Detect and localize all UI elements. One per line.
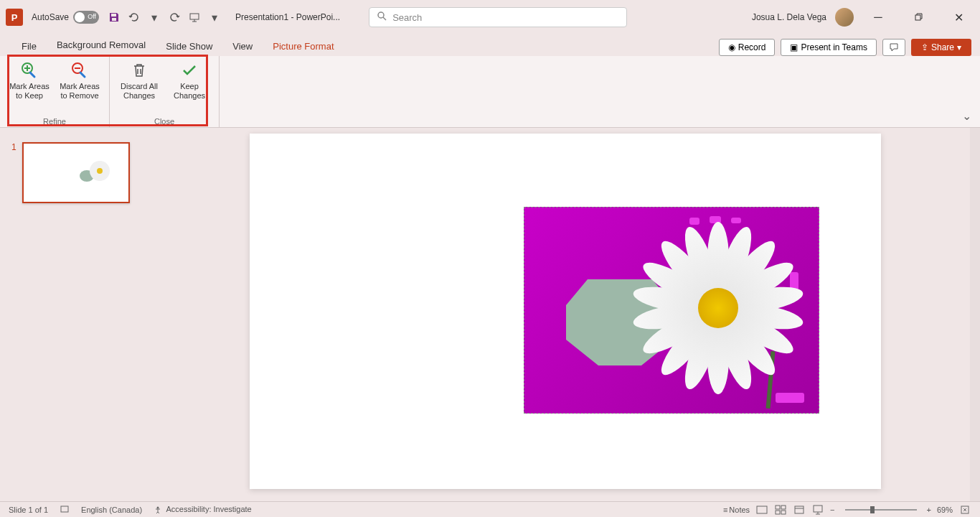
collapse-ribbon-icon[interactable]: ⌄	[962, 109, 971, 123]
share-dropdown-icon: ▾	[957, 42, 961, 52]
svg-rect-2	[915, 15, 920, 20]
ribbon-group-close: Discard All Changes Keep Changes Close	[110, 56, 220, 127]
check-icon	[179, 60, 199, 80]
present-teams-button[interactable]: ▣ Present in Teams	[781, 39, 877, 56]
status-right-group: ≡Notes − + 69%	[723, 503, 971, 516]
svg-rect-17	[814, 506, 822, 512]
tab-file[interactable]: File	[11, 37, 47, 56]
tab-slideshow[interactable]: Slide Show	[156, 37, 222, 56]
svg-rect-14	[781, 511, 786, 514]
comments-button[interactable]	[882, 39, 905, 56]
notes-label: Notes	[729, 506, 750, 514]
fit-to-window-icon[interactable]	[958, 503, 971, 516]
user-name: Josua L. Dela Vega	[752, 12, 826, 22]
svg-rect-12	[781, 506, 786, 509]
ribbon-panel: Mark Areas to Keep Mark Areas to Remove …	[0, 56, 980, 128]
slide-thumbnail-1[interactable]: 1	[11, 142, 139, 203]
svg-rect-13	[776, 511, 780, 514]
tab-background-removal[interactable]: Background Removal	[47, 35, 156, 56]
discard-label: Discard All Changes	[118, 82, 160, 101]
ribbon-tabs: File Background Removal Slide Show View …	[0, 34, 980, 56]
zoom-slider[interactable]	[845, 509, 917, 511]
tab-view[interactable]: View	[222, 37, 263, 56]
svg-point-9	[157, 507, 159, 509]
zoom-slider-thumb[interactable]	[870, 506, 875, 513]
quick-access-toolbar: ▾ ▾	[108, 11, 221, 24]
share-button[interactable]: ⇪ Share ▾	[911, 39, 971, 56]
autosave-label: AutoSave	[32, 12, 69, 22]
slide-canvas[interactable]	[250, 134, 881, 489]
accessibility-label: Accessibility: Investigate	[166, 505, 252, 513]
zoom-percentage[interactable]: 69%	[937, 506, 953, 514]
record-label: Record	[738, 42, 766, 52]
mark-remove-label: Mark Areas to Remove	[59, 82, 100, 101]
svg-point-7	[97, 168, 103, 174]
vertical-scrollbar[interactable]	[970, 128, 980, 501]
toggle-state: Off	[88, 13, 96, 20]
slide-editor[interactable]	[151, 128, 980, 501]
tab-picture-format[interactable]: Picture Format	[263, 37, 344, 56]
language-indicator[interactable]: English (Canada)	[81, 506, 142, 514]
title-bar-right: Josua L. Dela Vega ─ ✕	[752, 6, 974, 29]
mark-remove-icon	[70, 60, 90, 80]
record-icon: ◉	[728, 42, 735, 52]
reading-view-icon[interactable]	[793, 503, 806, 516]
trash-icon	[129, 60, 149, 80]
mark-keep-icon	[19, 60, 39, 80]
notes-button[interactable]: ≡Notes	[723, 506, 750, 514]
share-label: Share	[931, 42, 954, 52]
svg-rect-8	[61, 506, 68, 512]
keep-label: Keep Changes	[169, 82, 210, 101]
share-icon: ⇪	[921, 42, 928, 52]
document-title: Presentation1 - PowerPoi...	[235, 12, 340, 22]
minimize-button[interactable]: ─	[862, 6, 894, 29]
qat-customize-icon[interactable]: ▾	[208, 11, 221, 24]
close-group-label: Close	[154, 116, 174, 127]
ribbon-right-controls: ◉ Record ▣ Present in Teams ⇪ Share ▾	[719, 39, 980, 56]
thumbnail-preview	[22, 142, 130, 203]
save-icon[interactable]	[108, 11, 121, 24]
svg-rect-11	[776, 506, 780, 509]
svg-rect-0	[190, 14, 199, 19]
accessibility-status[interactable]: Accessibility: Investigate	[154, 505, 252, 514]
normal-view-icon[interactable]	[755, 503, 768, 516]
thumbnail-flower-icon	[80, 158, 116, 187]
user-avatar[interactable]	[835, 8, 854, 27]
redo-icon[interactable]	[168, 11, 181, 24]
restore-button[interactable]	[903, 6, 934, 29]
spell-check-icon[interactable]	[60, 504, 70, 516]
svg-rect-10	[757, 506, 767, 513]
title-bar: P AutoSave Off ▾ ▾ Presentation1 - Power…	[0, 0, 980, 34]
present-teams-label: Present in Teams	[801, 42, 867, 52]
search-placeholder: Search	[392, 12, 422, 23]
record-button[interactable]: ◉ Record	[719, 39, 776, 56]
search-box[interactable]: Search	[369, 7, 627, 27]
comment-icon	[889, 42, 899, 52]
status-bar: Slide 1 of 1 English (Canada) Accessibil…	[0, 501, 980, 517]
zoom-out-button[interactable]: −	[830, 506, 834, 514]
svg-point-1	[378, 12, 384, 18]
present-from-start-icon[interactable]	[188, 11, 201, 24]
thumbnail-number: 1	[11, 142, 17, 203]
content-area: 1	[0, 128, 980, 501]
autosave-toggle[interactable]: AutoSave Off	[32, 11, 99, 24]
slide-counter[interactable]: Slide 1 of 1	[9, 506, 48, 514]
mark-areas-remove-button[interactable]: Mark Areas to Remove	[56, 59, 103, 116]
close-button[interactable]: ✕	[943, 6, 974, 29]
slideshow-view-icon[interactable]	[811, 503, 824, 516]
zoom-in-button[interactable]: +	[927, 506, 931, 514]
discard-changes-button[interactable]: Discard All Changes	[116, 59, 163, 116]
flower-image	[625, 215, 811, 401]
mark-keep-label: Mark Areas to Keep	[9, 82, 50, 101]
slide-sorter-icon[interactable]	[774, 503, 787, 516]
undo-dropdown-icon[interactable]: ▾	[148, 11, 161, 24]
search-icon	[377, 11, 387, 24]
undo-icon[interactable]	[128, 11, 141, 24]
keep-changes-button[interactable]: Keep Changes	[166, 59, 213, 116]
powerpoint-icon: P	[6, 9, 23, 26]
teams-icon: ▣	[790, 42, 798, 52]
mark-areas-keep-button[interactable]: Mark Areas to Keep	[6, 59, 53, 116]
thumbnail-pane[interactable]: 1	[0, 128, 151, 501]
toggle-switch[interactable]: Off	[73, 11, 99, 24]
selected-picture[interactable]	[524, 207, 819, 414]
